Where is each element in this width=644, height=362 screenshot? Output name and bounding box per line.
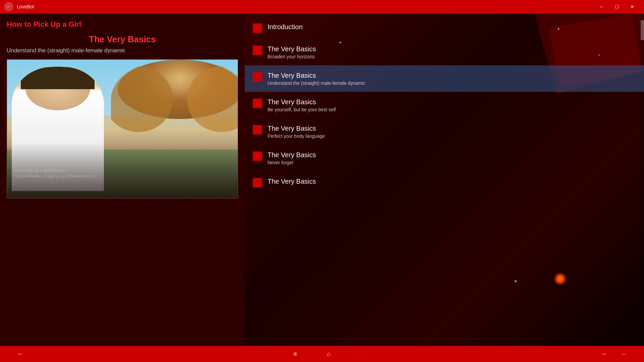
- nav-item-text-0: Introduction: [268, 23, 636, 31]
- left-panel: How to Pick Up a Girl The Very Basics Un…: [0, 13, 245, 346]
- image-source-text: How to Pick Up a Girl(WikiHow ): [14, 169, 231, 173]
- nav-item-title-1: The Very Basics: [268, 45, 636, 53]
- nav-item-5[interactable]: The Very Basics Never forget: [245, 145, 644, 171]
- nav-item-desc-3: Be yourself, but be your best self: [268, 107, 636, 112]
- glow-dot: [553, 272, 567, 286]
- nav-indicator-3: [253, 99, 262, 108]
- nav-indicator-1: [253, 46, 262, 55]
- nav-item-text-4: The Very Basics Perfect your body langua…: [268, 124, 636, 139]
- image-caption-area: How to Pick Up a Girl(WikiHow ) Text by …: [7, 169, 238, 178]
- app-title: LoveBot: [17, 4, 34, 9]
- title-bar: ← LoveBot ─ ☐ ✕: [0, 0, 644, 13]
- nav-home-button[interactable]: ⌂: [322, 347, 336, 361]
- nav-item-text-1: The Very Basics Broaden your horizons: [268, 45, 636, 59]
- nav-indicator-6: [253, 178, 262, 187]
- nav-item-4[interactable]: The Very Basics Perfect your body langua…: [245, 118, 644, 145]
- nav-forward-button[interactable]: →: [597, 347, 610, 361]
- title-bar-back-button[interactable]: ←: [4, 2, 13, 11]
- nav-indicator-0: [253, 23, 262, 33]
- nav-indicator-5: [253, 152, 262, 161]
- nav-item-0[interactable]: Introduction: [245, 17, 644, 39]
- title-bar-left: ← LoveBot: [4, 2, 34, 11]
- page-title: How to Pick Up a Girl: [7, 20, 238, 29]
- nav-item-desc-4: Perfect your body language: [268, 133, 636, 139]
- nav-item-title-5: The Very Basics: [268, 151, 636, 159]
- nav-item-text-6: The Very Basics: [268, 177, 636, 185]
- bottom-nav-center: ≡ ⌂: [289, 347, 336, 361]
- minimize-button[interactable]: ─: [594, 1, 609, 12]
- nav-item-text-2: The Very Basics Understand the (straight…: [268, 71, 636, 86]
- nav-menu-button[interactable]: ≡: [289, 347, 302, 361]
- nav-item-2[interactable]: The Very Basics Understand the (straight…: [245, 65, 644, 92]
- nav-item-title-0: Introduction: [268, 23, 636, 31]
- nav-item-desc-1: Broaden your horizons: [268, 54, 636, 59]
- nav-item-text-5: The Very Basics Never forget: [268, 151, 636, 165]
- maximize-button[interactable]: ☐: [609, 1, 625, 12]
- nav-back-button[interactable]: ←: [13, 347, 27, 361]
- nav-item-title-6: The Very Basics: [268, 177, 636, 185]
- nav-item-desc-5: Never forget: [268, 160, 636, 165]
- title-bar-controls: ─ ☐ ✕: [594, 1, 640, 12]
- nav-item-title-4: The Very Basics: [268, 124, 636, 132]
- article-title: The Very Basics: [7, 34, 238, 45]
- dot-decoration: [515, 280, 517, 282]
- nav-item-6[interactable]: The Very Basics: [245, 171, 644, 193]
- close-button[interactable]: ✕: [625, 1, 640, 12]
- nav-indicator-4: [253, 125, 262, 134]
- nav-item-desc-2: Understand the (straight) male-female dy…: [268, 80, 636, 86]
- nav-items-list: Introduction The Very Basics Broaden you…: [245, 13, 644, 193]
- bottom-nav-bar: ← ≡ ⌂ → ···: [0, 346, 644, 362]
- right-panel: ✦ ✦ ✦ · Introduction The Very Basics Bro…: [245, 13, 644, 346]
- image-credit-text: Text by WikiHow - Image by Lja, Dreamsti…: [14, 174, 231, 178]
- nav-item-1[interactable]: The Very Basics Broaden your horizons: [245, 39, 644, 65]
- bottom-nav-right: → ···: [597, 347, 631, 361]
- nav-indicator-2: [253, 72, 262, 81]
- article-subtitle: Understand the (straight) male-female dy…: [7, 47, 238, 54]
- nav-item-title-2: The Very Basics: [268, 71, 636, 79]
- nav-item-text-3: The Very Basics Be yourself, but be your…: [268, 98, 636, 112]
- nav-more-button[interactable]: ···: [617, 347, 631, 361]
- nav-item-3[interactable]: The Very Basics Be yourself, but be your…: [245, 92, 644, 118]
- article-image: How to Pick Up a Girl(WikiHow ) Text by …: [7, 59, 238, 198]
- main-content: How to Pick Up a Girl The Very Basics Un…: [0, 13, 644, 346]
- nav-item-title-3: The Very Basics: [268, 98, 636, 106]
